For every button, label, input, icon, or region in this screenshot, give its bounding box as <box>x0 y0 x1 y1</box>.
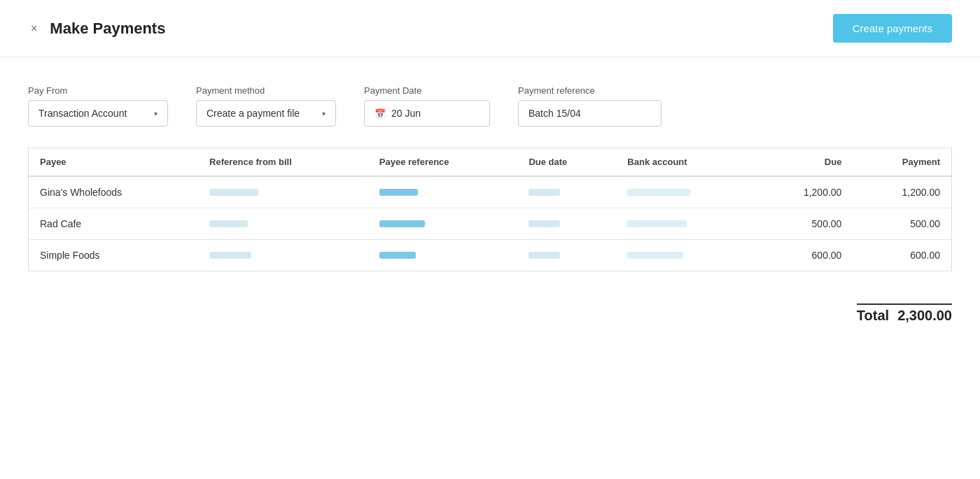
cell-due-amount: 1,200.00 <box>755 176 853 208</box>
table-row: Gina's Wholefoods1,200.001,200.00 <box>29 176 952 208</box>
payments-table-section: Payee Reference from bill Payee referenc… <box>0 141 980 292</box>
pay-from-label: Pay From <box>28 85 168 96</box>
page-header: × Make Payments Create payments <box>0 0 980 57</box>
cell-due-date[interactable] <box>517 240 616 271</box>
calendar-icon: 📅 <box>374 108 386 119</box>
payment-form: Pay From Transaction Account ▾ Payment m… <box>0 57 980 141</box>
col-due: Due <box>755 148 853 177</box>
table-row: Simple Foods600.00600.00 <box>29 240 952 271</box>
total-underline: Total 2,300.00 <box>857 303 952 324</box>
pay-from-value: Transaction Account <box>38 108 127 119</box>
cell-payee: Rad Cafe <box>29 208 199 240</box>
cell-payee: Gina's Wholefoods <box>29 176 199 208</box>
payment-method-label: Payment method <box>196 85 336 96</box>
payment-method-select[interactable]: Create a payment file ▾ <box>196 100 336 127</box>
cell-due-amount: 500.00 <box>755 208 853 240</box>
payment-method-value: Create a payment file <box>206 108 300 119</box>
cell-due-amount: 600.00 <box>755 240 853 271</box>
pay-from-select[interactable]: Transaction Account ▾ <box>28 100 168 127</box>
create-payments-button[interactable]: Create payments <box>833 14 952 43</box>
cell-payee-reference[interactable] <box>368 240 518 271</box>
chevron-down-icon: ▾ <box>322 110 326 117</box>
payment-reference-input[interactable] <box>518 100 662 127</box>
cell-reference[interactable] <box>198 176 368 208</box>
total-row: Total 2,300.00 <box>0 292 980 338</box>
table-row: Rad Cafe500.00500.00 <box>29 208 952 240</box>
close-button[interactable]: × <box>28 20 40 38</box>
cell-bank-account[interactable] <box>616 208 755 240</box>
col-reference: Reference from bill <box>198 148 368 177</box>
col-due-date: Due date <box>517 148 616 177</box>
cell-payment-amount[interactable]: 1,200.00 <box>853 176 951 208</box>
cell-payee: Simple Foods <box>29 240 199 271</box>
pay-from-field: Pay From Transaction Account ▾ <box>28 85 168 127</box>
cell-payment-amount[interactable]: 500.00 <box>853 208 951 240</box>
col-bank-account: Bank account <box>616 148 755 177</box>
cell-payment-amount[interactable]: 600.00 <box>853 240 951 271</box>
payment-reference-field: Payment reference <box>518 85 662 127</box>
col-payee-ref: Payee reference <box>368 148 518 177</box>
col-payee: Payee <box>29 148 199 177</box>
payment-date-value: 20 Jun <box>391 108 421 119</box>
page-title: Make Payments <box>50 20 165 38</box>
header-left: × Make Payments <box>28 20 165 38</box>
payments-table: Payee Reference from bill Payee referenc… <box>28 148 952 271</box>
total-label: Total <box>857 308 889 324</box>
payment-method-field: Payment method Create a payment file ▾ <box>196 85 336 127</box>
chevron-down-icon: ▾ <box>154 110 158 117</box>
payment-date-label: Payment Date <box>364 85 490 96</box>
payment-reference-label: Payment reference <box>518 85 662 96</box>
payment-date-field: Payment Date 📅 20 Jun <box>364 85 490 127</box>
table-header-row: Payee Reference from bill Payee referenc… <box>29 148 952 177</box>
total-value: 2,300.00 <box>897 308 952 324</box>
cell-due-date[interactable] <box>517 208 616 240</box>
cell-reference[interactable] <box>198 208 368 240</box>
col-payment: Payment <box>853 148 951 177</box>
cell-bank-account[interactable] <box>616 240 755 271</box>
cell-payee-reference[interactable] <box>368 208 518 240</box>
cell-bank-account[interactable] <box>616 176 755 208</box>
cell-payee-reference[interactable] <box>368 176 518 208</box>
payment-date-select[interactable]: 📅 20 Jun <box>364 100 490 127</box>
cell-reference[interactable] <box>198 240 368 271</box>
cell-due-date[interactable] <box>517 176 616 208</box>
